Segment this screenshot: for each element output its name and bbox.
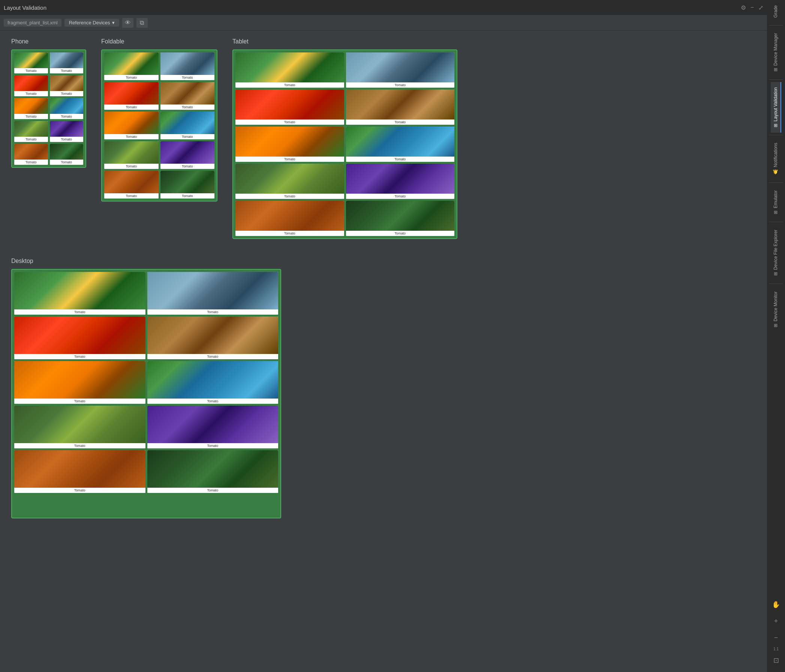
fit-button[interactable]: ⊡ (769, 654, 783, 667)
list-item: Tomato (14, 144, 48, 165)
sidebar-tab-device-monitor[interactable]: ⊞ Device Monitor (771, 286, 781, 333)
telescope-image (50, 53, 84, 68)
foldable-label: Foldable (101, 38, 217, 45)
minimize-icon[interactable]: − (751, 4, 754, 11)
list-item: Tomato (14, 406, 145, 448)
plant-name: Tomato (104, 75, 159, 80)
list-item: Tomato (104, 171, 159, 198)
red-flower-image (14, 75, 48, 91)
plant-name: Tomato (346, 120, 455, 125)
plant-name: Tomato (147, 488, 278, 493)
sidebar-divider-5 (769, 222, 783, 222)
list-item: Tomato (161, 171, 215, 198)
device-file-explorer-label: Device File Explorer (773, 230, 778, 270)
plant-name: Tomato (235, 157, 344, 162)
desktop-extra-area (12, 495, 280, 518)
foldable-section: Foldable Tomato Tomato Tomato (101, 38, 217, 239)
sidebar-tab-notifications[interactable]: 🔔 Notifications (771, 137, 781, 180)
plant-name: Tomato (346, 157, 455, 162)
sidebar-divider-3 (769, 135, 783, 135)
tablet-frame: Tomato Tomato Tomato Tomato (232, 50, 457, 239)
list-item: Tomato (50, 75, 84, 96)
zoom-in-button[interactable]: + (769, 614, 783, 628)
eye-button[interactable]: 👁 (122, 18, 133, 28)
desert-image (14, 450, 145, 488)
hand-tool[interactable]: ✋ (769, 598, 783, 611)
list-item: Tomato (235, 164, 344, 199)
orange-flower-image (235, 126, 344, 157)
brown-blur-image (346, 89, 455, 120)
tablet-section: Tablet Tomato Tomato Tomato (232, 38, 457, 239)
plant-name: Tomato (147, 354, 278, 359)
list-item: Tomato (346, 126, 455, 162)
butterfly-image (14, 53, 48, 68)
plant-name: Tomato (346, 194, 455, 199)
list-item: Tomato (346, 164, 455, 199)
layout-validation-icon: ⊞ (773, 124, 778, 127)
reference-devices-label: Reference Devices (69, 20, 110, 25)
telescope-image (147, 272, 278, 309)
list-item: Tomato (104, 141, 159, 169)
forest-image (50, 144, 84, 159)
orange-flower-image (14, 361, 145, 399)
plant-name: Tomato (14, 159, 48, 165)
reference-devices-dropdown[interactable]: Reference Devices ▾ (64, 19, 119, 27)
sidebar-tab-device-manager[interactable]: ⊞ Device Manager (771, 28, 781, 77)
butterfly-image (14, 272, 145, 309)
plant-name: Tomato (104, 104, 159, 110)
forest-image (147, 450, 278, 488)
plant-name: Tomato (161, 104, 215, 110)
forest-image (161, 171, 215, 193)
plant-name: Tomato (147, 309, 278, 315)
sidebar-divider-2 (769, 80, 783, 80)
ocean-image (50, 98, 84, 114)
sidebar-tab-grade[interactable]: Grade (771, 0, 781, 23)
list-item: Tomato (147, 450, 278, 493)
settings-icon[interactable]: ⚙ (741, 4, 746, 11)
plant-name: Tomato (50, 68, 84, 73)
list-item: Tomato (104, 82, 159, 110)
sidebar-tab-emulator[interactable]: ⊞ Emulator (771, 185, 781, 220)
list-item: Tomato (14, 317, 145, 359)
zoom-out-button[interactable]: − (769, 631, 783, 644)
list-item: Tomato (235, 201, 344, 236)
desktop-section: Desktop Tomato Tomato Tomato (11, 258, 281, 518)
file-label[interactable]: fragment_plant_list.xml (4, 19, 61, 27)
plant-name: Tomato (50, 159, 84, 165)
purple-sky-image (147, 406, 278, 443)
expand-icon[interactable]: ⤢ (758, 4, 763, 11)
telescope-image (346, 53, 455, 83)
device-monitor-label: Device Monitor (773, 292, 778, 321)
foldable-grid: Tomato Tomato Tomato Tomato (102, 50, 217, 201)
plant-name: Tomato (14, 68, 48, 73)
purple-sky-image (346, 164, 455, 194)
right-sidebar: Grade ⊞ Device Manager ⊞ Layout Validati… (767, 0, 785, 672)
sidebar-tab-layout-validation[interactable]: ⊞ Layout Validation (771, 82, 781, 133)
list-item: Tomato (161, 53, 215, 80)
plant-name: Tomato (147, 443, 278, 448)
desert-image (104, 171, 159, 193)
list-item: Tomato (104, 112, 159, 139)
plant-name: Tomato (235, 194, 344, 199)
orange-flower-image (14, 98, 48, 114)
list-item: Tomato (346, 201, 455, 236)
list-item: Tomato (14, 361, 145, 404)
plant-name: Tomato (161, 134, 215, 139)
copy-button[interactable]: ⧉ (136, 18, 148, 28)
plant-name: Tomato (346, 231, 455, 236)
notifications-label: Notifications (773, 143, 778, 167)
vineyard-image (14, 406, 145, 443)
sidebar-tab-device-file-explorer[interactable]: ⊞ Device File Explorer (771, 225, 781, 281)
plant-name: Tomato (14, 488, 145, 493)
desert-image (235, 201, 344, 231)
devices-row-1: Phone Tomato Tomato Tomato (11, 38, 756, 239)
plant-name: Tomato (104, 134, 159, 139)
phone-label: Phone (11, 38, 86, 45)
list-item: Tomato (14, 450, 145, 493)
butterfly-image (104, 53, 159, 75)
plant-name: Tomato (50, 91, 84, 96)
plant-name: Tomato (346, 83, 455, 88)
list-item: Tomato (235, 126, 344, 162)
device-file-explorer-icon: ⊞ (773, 272, 778, 276)
dropdown-chevron-icon: ▾ (112, 20, 115, 25)
